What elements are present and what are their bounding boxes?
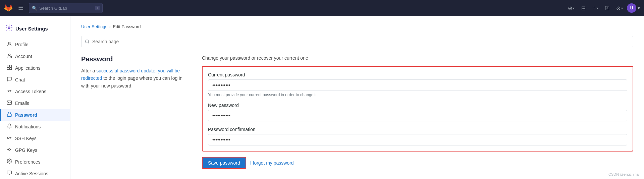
merge-requests-button[interactable]: ⑂ ▾: [590, 3, 601, 13]
active-sessions-icon: [6, 170, 12, 177]
password-form-box: Current password You must provide your c…: [202, 66, 633, 152]
create-chevron: ▾: [573, 6, 575, 10]
new-password-input[interactable]: [208, 110, 627, 121]
svg-point-13: [9, 161, 10, 162]
section-description: After a successful password update, you …: [81, 67, 189, 90]
page-layout: User Settings Profile Account Applicatio…: [0, 16, 644, 179]
applications-icon: [6, 65, 12, 71]
sidebar-item-active-sessions[interactable]: Active Sessions: [0, 168, 70, 179]
help-icon: ⊙: [616, 5, 621, 11]
svg-point-1: [8, 42, 10, 44]
watermark: CSDN @engchina: [608, 172, 639, 176]
section-title: Password: [81, 55, 189, 63]
content-area: Password After a successful password upd…: [81, 55, 633, 169]
svg-point-11: [7, 137, 9, 138]
forgot-password-link[interactable]: I forgot my password: [250, 160, 294, 166]
current-password-label: Current password: [208, 72, 627, 77]
form-actions: Save password I forgot my password: [202, 157, 633, 169]
svg-rect-5: [10, 65, 12, 67]
content-left: Password After a successful password upd…: [81, 55, 189, 169]
svg-point-8: [8, 90, 9, 92]
top-navbar: ☰ 🔍 Search GitLab / ⊕ ▾ ⊟ ⑂ ▾ ☑ ⊙ ▾ U ▾: [0, 0, 644, 16]
svg-rect-9: [7, 101, 11, 105]
new-password-label: New password: [208, 103, 627, 108]
sidebar-item-notifications[interactable]: Notifications: [0, 121, 70, 132]
todo-button[interactable]: ☑: [602, 3, 612, 13]
current-password-group: Current password You must provide your c…: [208, 72, 627, 97]
gitlab-logo: [4, 4, 13, 12]
search-page-input[interactable]: [81, 36, 633, 47]
sidebar: User Settings Profile Account Applicatio…: [0, 16, 70, 179]
content-right: Change your password or recover your cur…: [202, 55, 633, 169]
svg-rect-6: [7, 68, 9, 70]
successful-link[interactable]: successful password update, you will be …: [81, 68, 180, 81]
create-icon: ⊕: [568, 5, 572, 11]
sidebar-item-emails[interactable]: Emails: [0, 97, 70, 109]
access-tokens-icon: [6, 88, 12, 95]
breadcrumb-current: Edit Password: [113, 24, 141, 29]
sidebar-title: User Settings: [0, 21, 70, 39]
current-password-hint: You must provide your current password i…: [208, 93, 627, 97]
sidebar-item-access-tokens[interactable]: Access Tokens: [0, 85, 70, 97]
sidebar-item-account[interactable]: Account: [0, 50, 70, 62]
svg-rect-14: [7, 171, 11, 174]
merge-requests-icon: ⑂: [592, 5, 596, 11]
password-icon: [6, 112, 12, 118]
gpg-keys-icon: [6, 147, 12, 153]
svg-point-2: [8, 54, 10, 56]
chat-icon: [6, 76, 12, 83]
breadcrumb-parent-link[interactable]: User Settings: [81, 24, 107, 29]
svg-point-0: [8, 27, 10, 29]
settings-gear-icon: [5, 24, 13, 33]
avatar-chevron[interactable]: ▾: [638, 5, 640, 11]
issues-button[interactable]: ⊟: [579, 3, 588, 13]
search-shortcut: /: [95, 6, 100, 10]
hamburger-button[interactable]: ☰: [17, 3, 25, 13]
search-page-wrapper: [81, 36, 633, 47]
breadcrumb: User Settings › Edit Password: [81, 24, 633, 29]
new-password-group: New password: [208, 103, 627, 121]
create-button[interactable]: ⊕ ▾: [565, 3, 577, 13]
search-icon: 🔍: [32, 6, 37, 11]
user-avatar[interactable]: U: [627, 3, 636, 13]
svg-rect-7: [10, 68, 12, 70]
global-search[interactable]: 🔍 Search GitLab /: [29, 3, 103, 13]
confirm-password-input[interactable]: [208, 134, 627, 145]
account-icon: [6, 53, 12, 59]
help-chevron: ▾: [621, 6, 623, 10]
todo-icon: ☑: [605, 5, 609, 11]
current-password-input[interactable]: [208, 79, 627, 91]
save-password-button[interactable]: Save password: [202, 157, 246, 169]
navbar-right-section: ⊕ ▾ ⊟ ⑂ ▾ ☑ ⊙ ▾ U ▾: [565, 3, 640, 13]
sidebar-item-profile[interactable]: Profile: [0, 39, 70, 50]
sidebar-item-password[interactable]: Password: [0, 109, 70, 121]
sidebar-item-preferences[interactable]: Preferences: [0, 156, 70, 168]
sidebar-item-ssh-keys[interactable]: SSH Keys: [0, 132, 70, 144]
sidebar-item-gpg-keys[interactable]: GPG Keys: [0, 144, 70, 156]
change-password-header: Change your password or recover your cur…: [202, 55, 633, 61]
notifications-icon: [6, 123, 12, 130]
preferences-icon: [6, 159, 12, 165]
svg-rect-10: [7, 114, 11, 116]
confirm-password-label: Password confirmation: [208, 127, 627, 132]
svg-rect-4: [7, 65, 9, 67]
emails-icon: [6, 100, 12, 106]
help-button[interactable]: ⊙ ▾: [613, 3, 626, 13]
breadcrumb-separator: ›: [109, 24, 111, 29]
merge-chevron: ▾: [596, 6, 598, 10]
main-content: User Settings › Edit Password Password A…: [70, 16, 644, 179]
search-placeholder: Search GitLab: [39, 6, 93, 11]
sidebar-item-applications[interactable]: Applications: [0, 62, 70, 74]
sidebar-item-chat[interactable]: Chat: [0, 74, 70, 85]
svg-point-12: [8, 148, 10, 150]
profile-icon: [6, 41, 12, 48]
confirm-password-group: Password confirmation: [208, 127, 627, 145]
ssh-keys-icon: [6, 135, 12, 141]
issues-icon: ⊟: [581, 5, 586, 11]
